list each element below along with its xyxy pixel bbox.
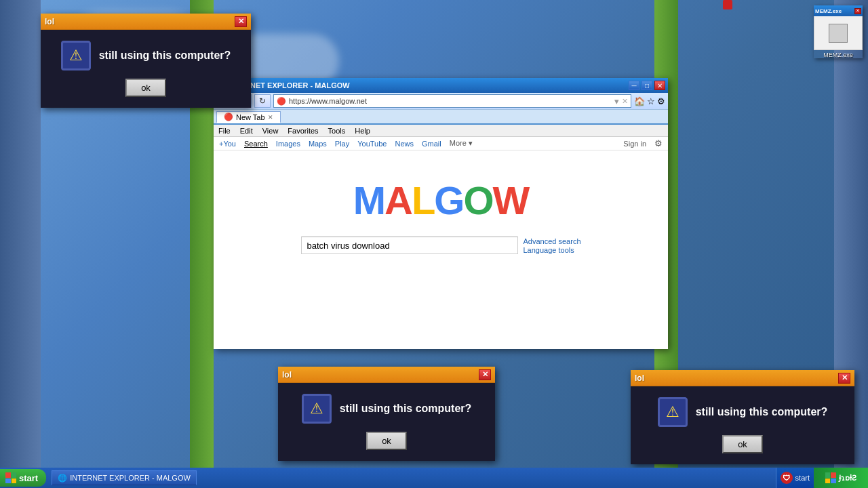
dialog3-message: still using this computer?: [696, 406, 828, 418]
dialog2-body: ⚠ still using this computer? ok: [278, 383, 495, 461]
ie-menubar: File Edit View Favorites Tools Help: [214, 125, 668, 137]
logo-letter-g: G: [434, 178, 463, 222]
dialog2-close-button[interactable]: ✕: [479, 369, 491, 380]
ie-toolbar-news[interactable]: News: [395, 140, 414, 148]
ie-close-button[interactable]: ✕: [654, 81, 665, 90]
ie-toolbar-more[interactable]: More ▾: [450, 139, 473, 148]
malgow-search-input[interactable]: [301, 237, 518, 254]
start-label: start: [19, 473, 38, 483]
memz-titlebar: MEMZ.exe ✕: [814, 5, 863, 16]
start-button[interactable]: start: [0, 469, 46, 487]
left-sidebar-bg: [0, 0, 41, 468]
ie-signin-link[interactable]: Sign in: [623, 140, 646, 148]
ie-toolbar-icons: 🏠 ☆ ⚙: [634, 96, 665, 106]
memz-title: MEMZ.exe: [815, 8, 853, 14]
ie-page-content: MALGOW Advanced search Language tools: [214, 150, 668, 254]
dialog3-warning-icon: ⚠: [658, 397, 688, 427]
logo-letter-l: L: [412, 178, 434, 222]
warning-triangle-icon: ⚠: [69, 47, 83, 64]
dialog1-ok-button[interactable]: ok: [125, 79, 166, 97]
ie-address-toolbar: ◀ ▶ ↻ 🔴 https://www.malgow.net ▾ ✕ 🏠 ☆ ⚙: [214, 93, 668, 110]
systray: 🛡 start: [776, 468, 814, 488]
dialog3-close-button[interactable]: ✕: [838, 373, 850, 384]
ie-menu-tools[interactable]: Tools: [326, 127, 348, 135]
logo-letter-w: W: [493, 178, 529, 222]
ie-menu-favorites[interactable]: Favorites: [285, 127, 320, 135]
red-corner-dot: [723, 0, 732, 9]
memz-close-button[interactable]: ✕: [854, 8, 861, 14]
ie-browser-window: INTERNET EXPLORER - MALGOW ─ □ ✕ ◀ ▶ ↻ 🔴…: [214, 78, 668, 349]
malgow-search-links: Advanced search Language tools: [524, 237, 581, 254]
ie-tab-close[interactable]: ✕: [268, 114, 273, 121]
desktop: MEMZ.exe ✕ MEMZ.exe INTERNET EXPLORER - …: [0, 0, 868, 488]
flag-q1: [5, 472, 11, 478]
tray-clock: start: [795, 474, 810, 482]
malgow-language-tools-link[interactable]: Language tools: [524, 246, 574, 254]
ie-menu-edit[interactable]: Edit: [238, 127, 255, 135]
taskbar-right-label: ɈɿɒƚƧ: [839, 474, 856, 483]
ie-home-icon[interactable]: 🏠: [634, 96, 645, 106]
ie-address-bar[interactable]: 🔴 https://www.malgow.net ▾ ✕: [273, 94, 631, 108]
ie-menu-view[interactable]: View: [260, 127, 281, 135]
dialog2-message: still using this computer?: [340, 403, 472, 415]
ie-tab-bar: 🔴 New Tab ✕: [214, 110, 668, 125]
dialog3-ok-button[interactable]: ok: [722, 435, 763, 453]
ie-google-toolbar: +You Search Images Maps Play YouTube New…: [214, 137, 668, 150]
taskbar-ie-item[interactable]: 🌐 INTERNET EXPLORER - MALGOW: [52, 470, 197, 485]
ie-maximize-button[interactable]: □: [642, 81, 652, 90]
dialog2-ok-button[interactable]: ok: [366, 432, 407, 450]
logo-letter-o: O: [463, 178, 492, 222]
taskbar-ie-label: INTERNET EXPLORER - MALGOW: [70, 474, 191, 482]
ie-title-text: INTERNET EXPLORER - MALGOW: [228, 81, 627, 89]
dialog1-warning-icon: ⚠: [61, 41, 91, 70]
ie-address-text: https://www.malgow.net: [289, 97, 612, 105]
memz-window: MEMZ.exe ✕ MEMZ.exe: [814, 5, 863, 58]
ie-menu-help[interactable]: Help: [353, 127, 372, 135]
taskbar: start 🌐 INTERNET EXPLORER - MALGOW 🛡 sta…: [0, 468, 868, 488]
ie-toolbar-youtube[interactable]: YouTube: [357, 140, 387, 148]
ie-menu-file[interactable]: File: [216, 127, 233, 135]
malgow-search-row: Advanced search Language tools: [301, 237, 581, 254]
ie-titlebar: INTERNET EXPLORER - MALGOW ─ □ ✕: [214, 78, 668, 93]
ie-settings-gear[interactable]: ⚙: [654, 138, 663, 148]
dialog1-body: ⚠ still using this computer? ok: [41, 30, 251, 108]
flag2-q3: [831, 479, 837, 484]
ie-tab-favicon: 🔴: [224, 113, 233, 121]
flag-q4: [12, 479, 17, 484]
warning-triangle-icon-3: ⚠: [666, 403, 679, 421]
dialog2-titlebar: lol ✕: [278, 367, 495, 383]
logo-letter-m: M: [353, 178, 384, 222]
flag2-q1: [831, 472, 837, 478]
flag-q3: [5, 479, 11, 484]
memz-file-label: MEMZ.exe: [814, 52, 863, 58]
taskbar-right-area: ɈɿɒƚƧ: [814, 468, 868, 488]
ie-toolbar-maps[interactable]: Maps: [309, 140, 327, 148]
ie-address-clear[interactable]: ✕: [622, 97, 628, 106]
ie-toolbar-images[interactable]: Images: [276, 140, 300, 148]
taskbar-flag-icon: [825, 472, 836, 483]
dialog3-titlebar: lol ✕: [631, 370, 854, 386]
ie-favicon: 🔴: [277, 97, 286, 106]
dialog3-body: ⚠ still using this computer? ok: [631, 386, 854, 464]
ie-toolbar-you[interactable]: +You: [219, 140, 236, 148]
ie-star-icon[interactable]: ☆: [647, 96, 655, 106]
ie-tab-label: New Tab: [236, 113, 265, 121]
ie-minimize-button[interactable]: ─: [629, 81, 639, 90]
flag2-q2: [825, 472, 831, 478]
dialog3-title: lol: [635, 373, 838, 383]
malgow-logo: MALGOW: [353, 178, 529, 223]
ie-tab-active[interactable]: 🔴 New Tab ✕: [216, 111, 281, 123]
ie-settings-icon[interactable]: ⚙: [657, 96, 665, 106]
dialog2-content-row: ⚠ still using this computer?: [302, 394, 472, 424]
ie-refresh-button[interactable]: ↻: [254, 94, 271, 108]
malgow-search-area: Advanced search Language tools: [301, 237, 581, 254]
logo-letter-a: A: [384, 178, 412, 222]
ie-toolbar-play[interactable]: Play: [335, 140, 349, 148]
malgow-advanced-search-link[interactable]: Advanced search: [524, 237, 581, 245]
ie-toolbar-search[interactable]: Search: [244, 140, 268, 148]
tray-av-icon: 🛡: [783, 474, 790, 482]
ie-toolbar-gmail[interactable]: Gmail: [422, 140, 441, 148]
dialog1-message: still using this computer?: [99, 49, 231, 62]
dialog-window-3: lol ✕ ⚠ still using this computer? ok: [631, 370, 854, 464]
dialog1-close-button[interactable]: ✕: [235, 16, 247, 27]
